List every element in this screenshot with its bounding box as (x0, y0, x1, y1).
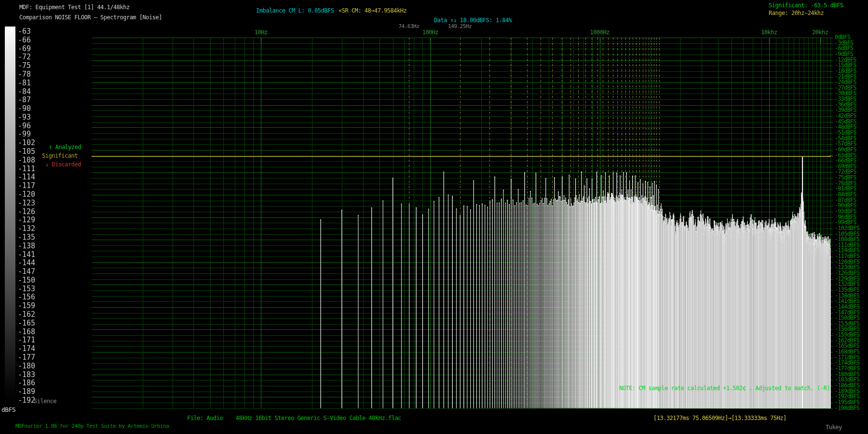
colorbar-tick-label: -96 (18, 122, 31, 130)
colorbar-tick-label: -120 (18, 191, 35, 198)
comparison-subtitle: Comparison NOISE FLOOR — Spectrogram [No… (19, 14, 162, 21)
colorbar-tick-label: -90 (18, 105, 31, 112)
colorbar-tick-label: -75 (18, 62, 31, 69)
window-title: MDF: Equipment Test [1] 44.1/48khz (19, 4, 130, 11)
colorbar-tick-label: -69 (18, 45, 31, 53)
colorbar-tick-label: -171 (18, 337, 35, 344)
significant-level-readout: Significant: -63.5 dBFS (769, 2, 843, 9)
colorbar-tick-label: -114 (18, 174, 35, 181)
colorbar-tick-label: -183 (18, 371, 35, 379)
colorbar-tick-label: -144 (18, 259, 35, 267)
colorbar-tick-label: -81 (18, 80, 31, 87)
colorbar-tick-label: -123 (18, 200, 35, 207)
colorbar-tick-label: -162 (18, 311, 35, 318)
frequency-range-readout: Range: 20hz—24khz (769, 10, 824, 16)
legend-significant: Significant (42, 153, 78, 159)
colorbar-tick-label: -189 (18, 388, 35, 395)
colorbar-tick-label: -150 (18, 277, 35, 284)
harmonic-frequency-label: 74.63Hz (398, 24, 419, 29)
colorbar-tick-label: -192 (18, 397, 35, 404)
mdfourier-spectrogram-screen: MDF: Equipment Test [1] 44.1/48khz Compa… (0, 0, 868, 434)
intensity-colorbar (5, 27, 15, 405)
x-axis-tick-label: 100Hz (422, 29, 439, 36)
colorbar-unit-label: dBFS (1, 407, 15, 413)
dbfs-axis-tick-label: -198dBFS (835, 406, 859, 411)
colorbar-tick-label: -132 (18, 225, 35, 232)
colorbar-tick-label: -186 (18, 380, 35, 387)
colorbar-silence-label: Silence (34, 398, 56, 405)
colorbar-tick-label: -105 (18, 148, 35, 155)
window-size-readout: [13.32177ms 75.06509Hz]→[13.33333ms 75Hz… (653, 415, 787, 421)
colorbar-tick-label: -165 (18, 320, 35, 327)
legend-discarded: ↓ Discarded (45, 162, 81, 168)
colorbar-tick-label: -180 (18, 363, 35, 370)
adjustment-note: NOTE: CM sample rate calculated +1.502¢ … (619, 385, 830, 392)
sample-rate-readout: «SR CM: 48→47.9584kHz (339, 8, 407, 14)
colorbar-tick-label: -78 (18, 71, 31, 78)
colorbar-tick-label: -168 (18, 328, 35, 336)
colorbar-tick-label: -102 (18, 139, 35, 147)
colorbar-tick-label: -129 (18, 217, 35, 224)
colorbar-tick-label: -174 (18, 345, 35, 353)
colorbar-tick-label: -87 (18, 96, 31, 104)
app-credit-line: MDFourier 1.08 for 240p Test Suite by Ar… (15, 423, 169, 429)
legend-analyzed: ↑ Analyzed (49, 144, 81, 150)
file-name-readout: File: Audio 48kHz 16bit Stereo Generic S… (187, 415, 401, 421)
data-amplitude-readout: Data ↑↓ 18.00dBFS: 1.84% (434, 17, 512, 24)
harmonic-frequency-label: 149.25Hz (448, 24, 472, 29)
colorbar-tick-label: -153 (18, 285, 35, 293)
colorbar-tick-label: -66 (18, 37, 31, 44)
colorbar-tick-label: -141 (18, 251, 35, 258)
x-axis-tick-label: 1000Hz (590, 29, 610, 36)
x-axis-tick-label: 20khz (812, 29, 828, 36)
imbalance-readout: Imbalance CM L: 0.05dBFS (256, 8, 334, 14)
colorbar-tick-label: -177 (18, 354, 35, 361)
x-axis-tick-label: 10khz (761, 29, 777, 36)
colorbar-tick-label: -117 (18, 182, 35, 190)
colorbar-tick-label: -99 (18, 131, 31, 138)
spectrogram-plot-canvas (0, 0, 868, 434)
colorbar-tick-label: -111 (18, 165, 35, 173)
window-function-label: Tukey (826, 424, 842, 431)
colorbar-tick-label: -138 (18, 243, 35, 250)
colorbar-tick-label: -135 (18, 234, 35, 241)
colorbar-tick-label: -159 (18, 302, 35, 310)
colorbar-tick-label: -93 (18, 114, 31, 121)
x-axis-tick-label: 10Hz (255, 29, 268, 36)
colorbar-tick-label: -72 (18, 54, 31, 61)
colorbar-tick-label: -84 (18, 88, 31, 95)
colorbar-tick-label: -126 (18, 208, 35, 216)
colorbar-tick-label: -108 (18, 157, 35, 164)
colorbar-tick-label: -63 (18, 28, 31, 35)
colorbar-tick-label: -156 (18, 294, 35, 301)
colorbar-tick-label: -147 (18, 268, 35, 275)
